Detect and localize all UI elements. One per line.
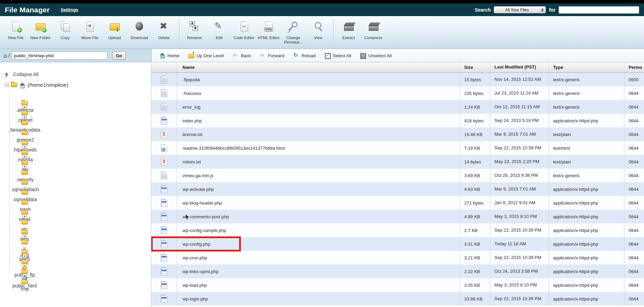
- file-row-index-php[interactable]: index.php 418 bytes Sep 24, 2013 5:18 PM…: [151, 114, 644, 127]
- go-button[interactable]: Go: [112, 51, 126, 60]
- nav-unselect-all[interactable]: Unselect All: [360, 53, 391, 58]
- folder-icon: [22, 101, 28, 105]
- toolbar-item-label: Rename: [187, 36, 202, 40]
- toolbar-new-file-button[interactable]: New File: [3, 16, 28, 26]
- folder-icon: [22, 210, 28, 214]
- file-row-wp-blog-header-php[interactable]: wp-blog-header.php 271 bytes Jan 8, 2012…: [151, 196, 644, 210]
- file-modified: Jul 23, 2015 11:24 AM: [490, 86, 549, 100]
- tree-expander-icon[interactable]: +: [23, 164, 27, 169]
- column-header-size[interactable]: Size: [460, 62, 490, 72]
- file-perms: 0644: [624, 292, 644, 306]
- nav-back[interactable]: Back: [233, 53, 251, 58]
- tree-expander-icon[interactable]: +: [23, 115, 27, 119]
- file-row-robots-txt[interactable]: robots.txt 14 bytes May 23, 2015 2:20 PM…: [151, 155, 644, 169]
- tree-expander-icon[interactable]: +: [23, 105, 27, 109]
- file-row-license-txt[interactable]: license.txt 19.46 KB Mar 9, 2015 7:01 AM…: [151, 127, 644, 141]
- nav-item-label: Up One Level: [197, 53, 224, 58]
- toolbar-edit-button[interactable]: Edit: [207, 16, 232, 26]
- toolbar-item-label: HTML Editor: [258, 36, 280, 40]
- file-name: index.php: [177, 114, 460, 127]
- file-perms: 0644: [624, 86, 644, 100]
- toolbar-compress-button[interactable]: Compress: [361, 16, 386, 26]
- file-row-wp-load-php[interactable]: wp-load.php 3.05 KB May 3, 2015 8:10 PM …: [151, 278, 644, 292]
- file-row-vimeo-ga-min-js[interactable]: vimeo.ga.min.js 3.69 KB Oct 28, 2015 9:3…: [151, 169, 644, 182]
- toolbar-item-label: Extract: [342, 36, 355, 40]
- collapse-all[interactable]: Collapse All: [5, 69, 126, 79]
- for-label: for: [549, 7, 555, 13]
- file-row-wp-login-php[interactable]: wp-login.php 33.86 KB Sep 22, 2015 10:39…: [151, 292, 644, 306]
- file-perms: 0644: [624, 182, 644, 196]
- column-header-type[interactable]: Type: [549, 62, 624, 72]
- column-header-modified[interactable]: Last Modified (PST): [490, 62, 549, 72]
- home-icon: [159, 53, 165, 58]
- search-label: Search: [475, 7, 491, 13]
- folder-icon: [22, 131, 28, 135]
- nav-select-all[interactable]: Select All: [325, 53, 351, 58]
- file-row-wp-links-opml-php[interactable]: wp-links-opml.php 2.32 KB Oct 24, 2013 3…: [151, 265, 644, 278]
- toolbar-delete-button[interactable]: Delete: [152, 16, 176, 26]
- file-type-icon: [161, 172, 167, 180]
- toolbar-code-editor-button[interactable]: Code Editor: [232, 16, 256, 26]
- nav-home[interactable]: Home: [159, 53, 179, 58]
- file-size: 418 bytes: [460, 114, 490, 127]
- upload-icon: [109, 21, 120, 32]
- toolbar-html-editor-button[interactable]: HTML Editor: [256, 16, 281, 26]
- file-row-readme-310f09446bcc6fb59513ec141377b68a-html[interactable]: readme.310f09446bcc6fb59513ec141377b68a.…: [151, 141, 644, 155]
- file-type-icon: [161, 131, 167, 138]
- file-size: 3.69 KB: [460, 169, 490, 182]
- column-header-perms[interactable]: Perms: [624, 62, 644, 72]
- file-row-wp-comments-post-php[interactable]: wp-comments-post.php 4.89 KB May 3, 2015…: [151, 210, 644, 223]
- file-row-wp-cron-php[interactable]: wp-cron.php 3.21 KB Sep 22, 2015 10:39 P…: [151, 251, 644, 265]
- file-mime-type: text/plain: [549, 155, 624, 169]
- view-icon: [312, 21, 324, 32]
- tree-root-expander[interactable]: −: [5, 83, 9, 87]
- folder-icon: [22, 171, 28, 175]
- toolbar-move-button[interactable]: Move File: [78, 16, 102, 26]
- file-name: wp-login.php: [177, 292, 460, 306]
- tree-expander-icon[interactable]: +: [23, 155, 27, 159]
- file-size: 3.05 KB: [460, 278, 490, 292]
- path-input[interactable]: [11, 51, 107, 60]
- toolbar-new-folder-button[interactable]: New Folder: [28, 16, 53, 26]
- file-row-error-log[interactable]: error_log 1.24 KB Oct 12, 2015 11:15 AM …: [151, 100, 644, 114]
- nav-forward[interactable]: Forward: [260, 53, 284, 58]
- file-row-htaccess[interactable]: .htaccess 235 bytes Jul 23, 2015 11:24 A…: [151, 86, 644, 100]
- html-editor-icon: [263, 21, 274, 32]
- nav-up-one-level[interactable]: Up One Level: [188, 53, 224, 58]
- file-size: 3.21 KB: [460, 251, 490, 265]
- column-header-name[interactable]: Name: [177, 62, 460, 72]
- tree-expander-icon[interactable]: +: [23, 145, 27, 149]
- file-type-icon: [161, 144, 167, 152]
- file-row-ftpquota[interactable]: .ftpquota 15 bytes Nov 14, 2015 12:52 AM…: [151, 73, 644, 86]
- copy-icon: [59, 21, 71, 32]
- toolbar-view-button[interactable]: View: [306, 16, 330, 26]
- collapse-all-icon: [5, 72, 11, 77]
- settings-link[interactable]: Settings: [61, 7, 78, 12]
- file-row-wp-config-sample-php[interactable]: wp-config-sample.php 2.7 KB Sep 22, 2015…: [151, 223, 644, 237]
- toolbar-item-label: Code Editor: [234, 36, 255, 40]
- nav-reload[interactable]: Reload: [293, 53, 316, 58]
- toolbar-extract-button[interactable]: Extract: [336, 16, 361, 26]
- file-row-wp-activate-php[interactable]: wp-activate.php 4.83 KB Mar 9, 2015 7:01…: [151, 182, 644, 196]
- search-input[interactable]: [559, 6, 639, 14]
- toolbar-change-perms-button[interactable]: Change Permissi...: [281, 16, 306, 26]
- path-bar: ⌂ / Go: [0, 49, 152, 62]
- tree-expander-icon[interactable]: +: [23, 214, 27, 218]
- toolbar-download-button[interactable]: Download: [127, 16, 152, 26]
- toolbar-upload-button[interactable]: Upload: [102, 16, 127, 26]
- toolbar-copy-button[interactable]: Copy: [53, 16, 78, 26]
- file-row-wp-config-php[interactable]: wp-config.php 3.31 KB Today 11:18 AM app…: [151, 237, 644, 251]
- tree-expander-icon[interactable]: +: [23, 254, 27, 258]
- file-perms: 0644: [624, 251, 644, 265]
- tree-root-home[interactable]: − (/home1/simplese): [5, 79, 126, 90]
- column-header-icon: [151, 62, 177, 72]
- tree-item-attracta[interactable]: .attracta: [12, 90, 37, 100]
- search-scope-select[interactable]: All Your Files: [494, 6, 546, 13]
- file-name: readme.310f09446bcc6fb59513ec141377b68a.…: [177, 141, 460, 155]
- path-home-icon[interactable]: ⌂: [3, 53, 7, 59]
- tree-children: .attracta + .cpanel + .fantasticodata .g…: [8, 90, 126, 279]
- tree-expander-icon[interactable]: +: [23, 234, 27, 238]
- toolbar-rename-button[interactable]: Rename: [182, 16, 207, 26]
- file-modified: Oct 24, 2013 3:58 PM: [490, 265, 549, 278]
- file-mime-type: text/x-generic: [549, 86, 624, 100]
